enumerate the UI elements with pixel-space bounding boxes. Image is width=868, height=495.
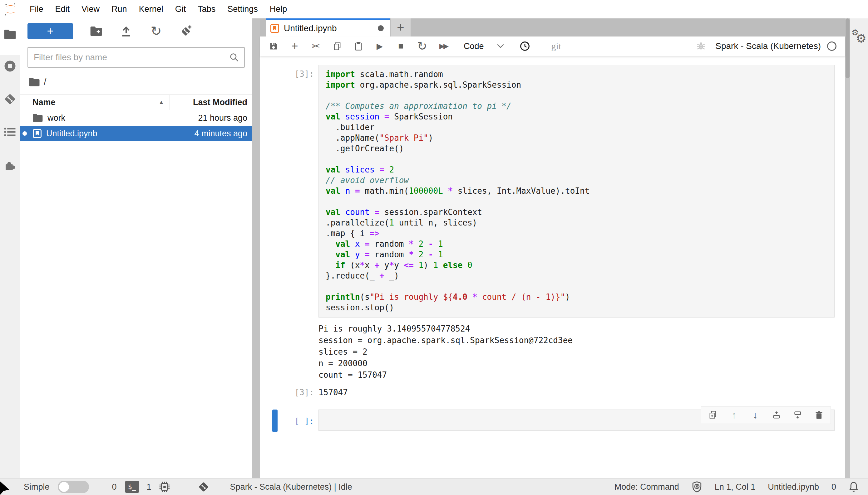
file-browser-icon[interactable]	[0, 29, 20, 40]
notifications-count[interactable]: 0	[832, 482, 836, 492]
new-folder-button[interactable]	[89, 23, 103, 39]
file-modified: 21 hours ago	[198, 113, 252, 123]
add-cell-button[interactable]: +	[290, 40, 300, 52]
restart-kernel-button[interactable]: ↻	[417, 40, 427, 52]
git-toolbar-label[interactable]: git	[552, 41, 561, 51]
unsaved-changes-dot[interactable]	[378, 25, 384, 31]
code-line: .builder	[326, 122, 834, 133]
menu-tabs[interactable]: Tabs	[192, 4, 222, 14]
simple-mode-label: Simple	[24, 482, 50, 492]
tab-title: Untitled.ipynb	[284, 23, 378, 33]
empty-input-prompt: [ ]:	[260, 410, 318, 431]
output-line: Pi is roughly 3.140955704778524	[318, 323, 845, 335]
paste-cells-button[interactable]	[353, 40, 364, 52]
code-line: val n = math.min(100000L * slices, Int.M…	[326, 186, 834, 196]
debugger-bug-icon[interactable]	[696, 41, 706, 51]
notebook-panel: Untitled.ipynb + + ✂ ▶ ■ ↻ ▶▶ Code git	[260, 18, 845, 478]
menubar: FileEditViewRunKernelGitTabsSettingsHelp	[0, 0, 868, 18]
run-button[interactable]: ▶	[374, 40, 385, 52]
filter-files-input[interactable]	[33, 52, 229, 63]
code-line: if (x*x + y*y <= 1) 1 else 0	[326, 260, 834, 270]
file-modified: 4 minutes ago	[194, 129, 252, 138]
active-file-label[interactable]: Untitled.ipynb	[768, 482, 819, 492]
copy-cells-button[interactable]	[332, 40, 343, 52]
simple-mode-toggle[interactable]	[58, 481, 89, 493]
trust-shield-icon[interactable]	[692, 481, 702, 493]
running-kernels-icon[interactable]	[0, 59, 20, 73]
scrollbar-thumb[interactable]	[846, 18, 850, 78]
menu-git[interactable]: Git	[169, 4, 192, 14]
menu-file[interactable]: File	[24, 4, 49, 14]
file-name: Untitled.ipynb	[46, 129, 194, 138]
code-line	[326, 154, 834, 164]
menu-view[interactable]: View	[76, 4, 105, 14]
restart-run-all-button[interactable]: ▶▶	[438, 40, 449, 52]
duplicate-cell-icon[interactable]	[708, 410, 718, 420]
breadcrumb[interactable]: /	[29, 76, 252, 88]
stop-button[interactable]: ■	[396, 40, 406, 52]
kernel-history-clock-icon[interactable]	[520, 40, 530, 52]
delete-cell-icon[interactable]	[814, 410, 824, 420]
cell-output: Pi is roughly 3.140955704778524session =…	[318, 318, 845, 381]
chevron-down-icon[interactable]	[495, 40, 506, 52]
output-prompt: [3]:	[260, 383, 318, 397]
notebook-cells: [3]: import scala.math.randomimport org.…	[260, 56, 845, 431]
refresh-button[interactable]: ↻	[149, 23, 163, 39]
kernel-status-label[interactable]: Spark - Scala (Kubernetes) | Idle	[230, 482, 352, 492]
git-clone-button[interactable]	[179, 23, 193, 39]
extensions-icon[interactable]	[0, 159, 20, 172]
file-list-header: Name ▲ Last Modified	[20, 95, 252, 110]
breadcrumb-root: /	[44, 77, 46, 87]
notebook-toolbar: + ✂ ▶ ■ ↻ ▶▶ Code git Spark - Scala (Kub…	[260, 36, 845, 56]
code-line	[326, 90, 834, 101]
column-header-name[interactable]: Name ▲	[20, 98, 169, 107]
activity-sidebar	[0, 18, 20, 478]
empty-code-cell[interactable]: [ ]: ↑ ↓	[260, 410, 845, 431]
new-launcher-button[interactable]: +	[28, 23, 73, 39]
menu-settings[interactable]: Settings	[222, 4, 264, 14]
move-cell-down-icon[interactable]: ↓	[751, 410, 760, 420]
code-cell[interactable]: [3]: import scala.math.randomimport org.…	[260, 65, 845, 318]
new-tab-button[interactable]: +	[391, 18, 411, 36]
menu-run[interactable]: Run	[105, 4, 133, 14]
code-line: }.reduce(_ + _)	[326, 270, 834, 281]
table-of-contents-icon[interactable]	[0, 126, 20, 138]
running-indicator-dot	[22, 131, 27, 136]
panel-divider[interactable]	[252, 18, 260, 478]
menu-kernel[interactable]: Kernel	[133, 4, 169, 14]
property-inspector-icon[interactable]: ⚙⚙	[851, 29, 866, 45]
file-row-Untitled.ipynb[interactable]: Untitled.ipynb4 minutes ago	[20, 126, 252, 141]
insert-cell-below-icon[interactable]	[793, 410, 802, 420]
tab-untitled-ipynb[interactable]: Untitled.ipynb	[266, 18, 390, 36]
menu-edit[interactable]: Edit	[49, 4, 76, 14]
file-browser-panel: + ↻ / Name ▲ Last Modified work21 hours …	[20, 18, 252, 478]
code-line: val count = session.sparkContext	[326, 207, 834, 217]
cut-cells-button[interactable]: ✂	[311, 40, 321, 52]
kernels-count[interactable]: 1	[147, 482, 151, 492]
file-row-work[interactable]: work21 hours ago	[20, 110, 252, 126]
move-cell-up-icon[interactable]: ↑	[730, 410, 739, 420]
code-line: val y = random * 2 - 1	[326, 249, 834, 260]
jupyter-logo-icon	[3, 2, 18, 17]
kernel-name-label[interactable]: Spark - Scala (Kubernetes)	[715, 41, 821, 51]
terminals-count[interactable]: 0	[112, 482, 117, 492]
menu-help[interactable]: Help	[264, 4, 293, 14]
git-status-icon[interactable]	[198, 481, 210, 493]
cursor-position[interactable]: Ln 1, Col 1	[715, 482, 756, 492]
mode-indicator[interactable]: Mode: Command	[615, 482, 679, 492]
input-prompt: [3]:	[260, 65, 318, 318]
code-editor[interactable]: import scala.math.randomimport org.apach…	[318, 65, 835, 318]
cell-type-select[interactable]: Code	[464, 41, 484, 51]
insert-cell-above-icon[interactable]	[772, 410, 781, 420]
result-value: 157047	[318, 383, 348, 397]
column-header-modified[interactable]: Last Modified	[169, 95, 252, 110]
code-line	[326, 281, 834, 292]
git-icon[interactable]	[0, 92, 20, 106]
save-button[interactable]	[268, 40, 279, 52]
file-name: work	[47, 113, 198, 123]
upload-button[interactable]	[119, 23, 133, 39]
notebook-scrollbar[interactable]	[845, 18, 850, 478]
code-line: println(s"Pi is roughly ${4.0 * count / …	[326, 292, 834, 302]
kernel-idle-indicator[interactable]	[826, 41, 837, 51]
bell-icon[interactable]	[849, 481, 858, 493]
